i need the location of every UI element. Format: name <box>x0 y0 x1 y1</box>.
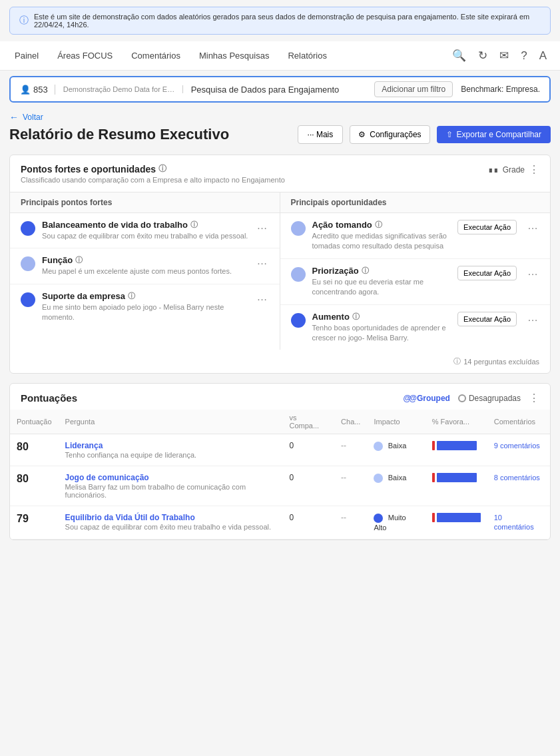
refresh-icon[interactable]: ↻ <box>478 49 487 63</box>
strength-dot-1 <box>21 221 35 236</box>
cell-vs-1: 0 <box>282 466 334 506</box>
nav-minhas-pesquisas[interactable]: Minhas Pesquisas <box>198 48 271 63</box>
opp-content-1: Ação tomando ⓘ Acredito que medidas sign… <box>312 220 451 252</box>
opp-menu-2[interactable]: … <box>526 266 539 278</box>
cell-favora-0 <box>425 434 487 466</box>
opportunity-item-3: Aumento ⓘ Tenho boas oportunidades de ap… <box>280 305 551 350</box>
scores-menu-icon[interactable]: ⋮ <box>529 392 539 404</box>
strengths-menu-icon[interactable]: ⋮ <box>529 163 539 176</box>
more-button[interactable]: ··· Mais <box>298 125 344 144</box>
impact-dot-2 <box>374 514 383 523</box>
opportunity-item-1: Ação tomando ⓘ Acredito que medidas sign… <box>280 213 551 259</box>
bar-blue-0 <box>437 441 477 450</box>
search-icon[interactable]: 🔍 <box>452 49 466 63</box>
cell-score-0: 80 <box>10 434 59 466</box>
cell-score-2: 79 <box>10 506 59 540</box>
add-filter-button[interactable]: Adicionar um filtro <box>374 81 453 97</box>
cell-question-1: Jogo de comunicação Melisa Barry faz um … <box>59 466 283 506</box>
bar-red-1 <box>432 473 435 482</box>
ungrouped-label: Desagrupadas <box>469 394 521 403</box>
filter-bar: 👤 853 Demonstração Demo Data for Engagem… <box>9 76 551 103</box>
nav-areas-focus[interactable]: Áreas FOCUS <box>56 48 114 63</box>
table-row: 79 Equilíbrio da Vida Útil do Trabalho S… <box>10 506 550 540</box>
strength-menu-2[interactable]: … <box>256 255 269 267</box>
opp-content-3: Aumento ⓘ Tenho boas oportunidades de ap… <box>312 312 451 344</box>
user-count: 👤 853 <box>20 85 55 95</box>
opp-info-2: ⓘ <box>362 266 369 276</box>
cell-score-1: 80 <box>10 466 59 506</box>
cell-comments-0: 9 comentários <box>487 434 550 466</box>
strengths-grid: Principais pontos fortes Principais opor… <box>10 192 550 213</box>
opp-dot-2 <box>291 267 306 282</box>
cell-change-2: -- <box>334 506 367 540</box>
back-label: Voltar <box>23 113 43 122</box>
bar-red-2 <box>432 513 435 522</box>
report-header: Relatório de Resumo Executivo ··· Mais ⚙… <box>9 125 551 144</box>
th-favora: % Favora... <box>425 410 487 434</box>
cell-question-2: Equilíbrio da Vida Útil do Trabalho Sou … <box>59 506 283 540</box>
opp-title-2: Priorização ⓘ <box>312 266 451 276</box>
top-nav: Painel Áreas FOCUS Comentários Minhas Pe… <box>0 41 560 71</box>
nav-painel[interactable]: Painel <box>13 48 40 63</box>
view-label: Grade <box>503 165 525 175</box>
demo-tag: Demonstração Demo Data for Engagement: D… <box>63 85 183 93</box>
mail-icon[interactable]: ✉ <box>499 49 509 63</box>
opp-menu-3[interactable]: … <box>526 312 539 324</box>
cell-impact-1: Baixa <box>367 466 425 506</box>
settings-button[interactable]: ⚙ Configurações <box>350 125 429 144</box>
opp-info-3: ⓘ <box>352 312 360 322</box>
strength-desc-3: Eu me sinto bem apoiado pelo jogo - Meli… <box>42 302 249 323</box>
settings-icon: ⚙ <box>358 130 366 139</box>
grid-icon: ∎∎ <box>488 165 499 175</box>
cell-vs-2: 0 <box>282 506 334 540</box>
opp-title-1: Ação tomando ⓘ <box>312 220 451 230</box>
help-icon[interactable]: ? <box>521 49 527 63</box>
top-nav-icons: 🔍 ↻ ✉ ? A <box>452 49 547 63</box>
nav-relatorios[interactable]: Relatórios <box>286 48 328 63</box>
execute-action-3[interactable]: Executar Ação <box>457 312 517 326</box>
back-arrow-icon: ← <box>9 112 19 123</box>
opp-menu-1[interactable]: … <box>526 220 539 232</box>
bar-blue-2 <box>437 513 481 522</box>
strengths-title-area: Pontos fortes e oportunidades ⓘ Classifi… <box>21 163 285 184</box>
export-button[interactable]: ⇧ Exportar e Compartilhar <box>437 126 551 143</box>
th-change: Cha... <box>334 410 367 434</box>
demo-banner-text: Este é um site de demonstração com dados… <box>34 13 541 29</box>
strength-info-3: ⓘ <box>128 291 135 301</box>
cell-impact-0: Baixa <box>367 434 425 466</box>
scores-table: Pontuação Pergunta vs Compa... Cha... Im… <box>10 410 550 540</box>
strength-menu-1[interactable]: … <box>256 220 269 232</box>
ungrouped-button[interactable]: Desagrupadas <box>458 394 521 403</box>
account-icon[interactable]: A <box>539 49 547 63</box>
strength-title-3: Suporte da empresa ⓘ <box>42 291 249 301</box>
cell-change-1: -- <box>334 466 367 506</box>
report-title: Relatório de Resumo Executivo <box>9 126 229 143</box>
main-content: ← Voltar Relatório de Resumo Executivo ·… <box>0 112 560 563</box>
strength-desc-1: Sou capaz de equilibrar com êxito meu tr… <box>42 231 249 241</box>
execute-action-1[interactable]: Executar Ação <box>457 220 517 234</box>
table-row: 80 Jogo de comunicação Melisa Barry faz … <box>10 466 550 506</box>
strength-content-1: Balanceamento de vida do trabalho ⓘ Sou … <box>42 220 249 241</box>
excluded-note: ⓘ 14 perguntas excluídas <box>10 350 550 373</box>
opp-dot-1 <box>291 221 306 236</box>
excluded-help-icon: ⓘ <box>453 356 461 366</box>
strengths-header-right: ∎∎ Grade ⋮ <box>488 163 539 176</box>
execute-action-2[interactable]: Executar Ação <box>457 266 517 280</box>
th-comentarios: Comentários <box>487 410 550 434</box>
strengths-info-icon: ⓘ <box>158 163 166 175</box>
strength-dot-3 <box>21 292 35 307</box>
strength-info-2: ⓘ <box>75 255 83 265</box>
back-button[interactable]: ← Voltar <box>9 112 551 123</box>
nav-comentarios[interactable]: Comentários <box>130 48 182 63</box>
strength-content-3: Suporte da empresa ⓘ Eu me sinto bem apo… <box>42 291 249 323</box>
strength-menu-3[interactable]: … <box>256 291 269 303</box>
strengths-header: Pontos fortes e oportunidades ⓘ Classifi… <box>10 155 550 187</box>
strengths-right: Ação tomando ⓘ Acredito que medidas sign… <box>280 213 551 350</box>
opp-content-2: Priorização ⓘ Eu sei no que eu deveria e… <box>312 266 451 298</box>
grouped-button[interactable]: @ @Grouped <box>404 394 450 403</box>
th-pergunta: Pergunta <box>59 410 283 434</box>
strength-desc-2: Meu papel é um excelente ajuste com meus… <box>42 266 249 276</box>
opp-title-3: Aumento ⓘ <box>312 312 451 322</box>
cell-impact-2: Muito Alto <box>367 506 425 540</box>
bar-blue-1 <box>437 473 477 482</box>
